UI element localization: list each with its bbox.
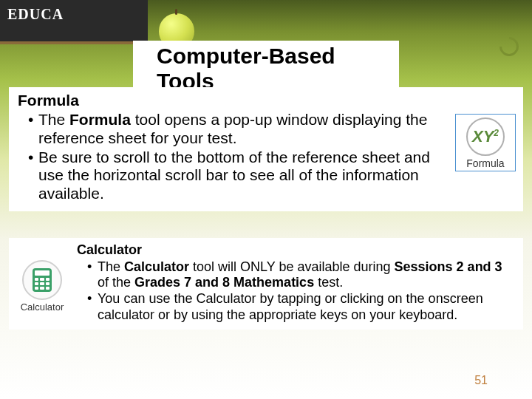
calculator-icon-circle xyxy=(22,260,62,300)
calculator-heading: Calculator xyxy=(77,242,516,258)
calculator-icon-body xyxy=(33,268,52,292)
formula-heading: Formula xyxy=(18,92,451,109)
calculator-icon-label: Calculator xyxy=(13,301,71,313)
formula-icon: XY2 Formula xyxy=(455,114,516,171)
calculator-bullet-2: You can use the Calculator by tapping or… xyxy=(87,291,516,322)
formula-bullet-2: Be sure to scroll to the bottom of the r… xyxy=(28,149,451,203)
swirl-decoration xyxy=(496,33,523,61)
formula-bullets: The Formula tool opens a pop-up window d… xyxy=(18,111,451,203)
chalkboard-bg: EDUCA xyxy=(0,0,148,44)
formula-bullet-1: The Formula tool opens a pop-up window d… xyxy=(28,111,451,148)
chalkboard-text: EDUCA xyxy=(0,0,148,23)
calculator-section: Calculator Calculator The Calculator too… xyxy=(9,238,523,330)
formula-section: Formula The Formula tool opens a pop-up … xyxy=(9,87,523,211)
formula-icon-text: XY2 xyxy=(472,127,499,146)
calculator-bullet-1: The Calculator tool will ONLY be availab… xyxy=(87,259,516,290)
formula-icon-circle: XY2 xyxy=(466,117,505,156)
calculator-bullets: The Calculator tool will ONLY be availab… xyxy=(77,259,516,323)
formula-icon-label: Formula xyxy=(457,157,514,169)
page-number: 51 xyxy=(474,374,488,387)
calculator-icon: Calculator xyxy=(13,260,71,313)
